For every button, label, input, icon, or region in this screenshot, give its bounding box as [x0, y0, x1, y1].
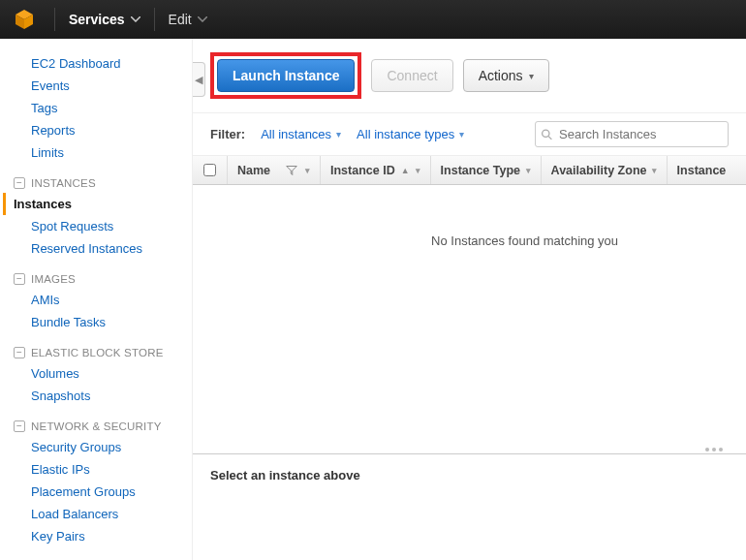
- sidebar-link-key-pairs[interactable]: Key Pairs: [31, 525, 192, 547]
- collapse-toggle[interactable]: −: [14, 347, 25, 358]
- services-label: Services: [69, 12, 125, 27]
- toolbar: Launch Instance Connect Actions ▾: [193, 39, 746, 112]
- section-title: NETWORK & SECURITY: [31, 420, 162, 432]
- aws-logo[interactable]: [12, 7, 37, 32]
- column-availability-zone[interactable]: Availability Zone ▾: [542, 156, 668, 184]
- sidebar-link-elastic-ips[interactable]: Elastic IPs: [31, 458, 192, 481]
- chevron-down-icon: [198, 16, 207, 22]
- search-box: [535, 121, 729, 147]
- sidebar-link-placement-groups[interactable]: Placement Groups: [31, 481, 192, 503]
- section-title: ELASTIC BLOCK STORE: [31, 347, 164, 358]
- search-input[interactable]: [535, 121, 729, 147]
- col-instance-id-label: Instance ID: [330, 164, 395, 177]
- chevron-down-icon: ▾: [529, 71, 534, 81]
- detail-hint: Select an instance above: [210, 468, 729, 482]
- svg-line-4: [548, 136, 551, 139]
- chevron-down-icon: ▾: [336, 129, 341, 140]
- sidebar-collapse-tab[interactable]: ◀: [192, 62, 205, 97]
- chevron-down-icon: ▾: [652, 166, 657, 175]
- sidebar-link-reserved-instances[interactable]: Reserved Instances: [31, 237, 192, 260]
- sidebar-section-images: − IMAGES: [14, 273, 192, 285]
- sidebar-section-ebs: − ELASTIC BLOCK STORE: [14, 347, 192, 358]
- table-body: No Instances found matching you: [193, 185, 746, 446]
- edit-menu[interactable]: Edit: [159, 6, 217, 33]
- launch-instance-button[interactable]: Launch Instance: [217, 59, 355, 92]
- chevron-down-icon: ▾: [305, 166, 310, 175]
- sidebar-link-reports[interactable]: Reports: [31, 119, 192, 141]
- chevron-down-icon: ▾: [526, 166, 531, 175]
- sidebar-section-instances: − INSTANCES: [14, 177, 192, 189]
- empty-state-message: No Instances found matching you: [431, 233, 618, 248]
- col-instance-type-label: Instance Type: [441, 164, 520, 177]
- sidebar-link-limits[interactable]: Limits: [31, 141, 192, 164]
- filter-label: Filter:: [210, 127, 245, 141]
- filter-bar: Filter: All instances ▾ All instance typ…: [193, 112, 746, 156]
- sidebar-link-load-balancers[interactable]: Load Balancers: [31, 503, 192, 525]
- column-instance-id[interactable]: Instance ID ▲ ▾: [321, 156, 431, 184]
- col-az-label: Availability Zone: [551, 164, 647, 177]
- collapse-toggle[interactable]: −: [14, 177, 25, 189]
- col-instance-state-label: Instance: [677, 164, 727, 177]
- chevron-down-icon: [131, 16, 140, 22]
- section-title: INSTANCES: [31, 177, 96, 189]
- sidebar-link-snapshots[interactable]: Snapshots: [31, 385, 192, 407]
- cube-icon: [13, 8, 36, 31]
- edit-label: Edit: [169, 12, 192, 27]
- chevron-down-icon: ▾: [416, 166, 420, 175]
- filter-all-instances-label: All instances: [261, 127, 331, 141]
- sidebar-link-instances[interactable]: Instances: [3, 193, 192, 215]
- filter-all-instances[interactable]: All instances ▾: [261, 127, 341, 141]
- highlight-annotation: Launch Instance: [210, 52, 361, 99]
- sidebar-link-dashboard[interactable]: EC2 Dashboard: [31, 52, 192, 75]
- svg-point-3: [543, 130, 549, 137]
- col-name-label: Name: [237, 164, 270, 177]
- connect-label: Connect: [387, 68, 437, 83]
- sidebar-link-events[interactable]: Events: [31, 75, 192, 97]
- divider: [54, 8, 55, 31]
- select-all-checkbox[interactable]: [203, 164, 216, 176]
- launch-instance-label: Launch Instance: [233, 68, 339, 83]
- table-header: Name ▾ Instance ID ▲ ▾ Instance Type ▾ A…: [193, 156, 746, 185]
- column-checkbox[interactable]: [193, 156, 228, 184]
- chevron-down-icon: ▾: [459, 129, 464, 140]
- column-instance-type[interactable]: Instance Type ▾: [431, 156, 542, 184]
- search-icon: [541, 128, 553, 140]
- main-panel: ◀ Launch Instance Connect Actions ▾ Filt…: [192, 39, 746, 560]
- sidebar-link-spot-requests[interactable]: Spot Requests: [31, 215, 192, 237]
- detail-pane: Select an instance above: [193, 453, 746, 560]
- collapse-toggle[interactable]: −: [14, 420, 25, 432]
- collapse-toggle[interactable]: −: [14, 273, 25, 285]
- actions-menu-button[interactable]: Actions ▾: [463, 59, 549, 92]
- divider: [154, 8, 155, 31]
- pane-resize-handle[interactable]: [193, 446, 746, 453]
- filter-icon: [286, 165, 297, 176]
- sort-asc-icon: ▲: [401, 166, 410, 175]
- sidebar-link-amis[interactable]: AMIs: [31, 289, 192, 311]
- sidebar-link-security-groups[interactable]: Security Groups: [31, 436, 192, 458]
- column-name[interactable]: Name ▾: [228, 156, 321, 184]
- sidebar-link-volumes[interactable]: Volumes: [31, 362, 192, 385]
- top-nav: Services Edit: [0, 0, 746, 39]
- sidebar-link-bundle-tasks[interactable]: Bundle Tasks: [31, 311, 192, 333]
- sidebar-section-network: − NETWORK & SECURITY: [14, 420, 192, 432]
- services-menu[interactable]: Services: [59, 6, 150, 33]
- sidebar: EC2 Dashboard Events Tags Reports Limits…: [0, 39, 192, 560]
- actions-label: Actions: [479, 68, 523, 83]
- connect-button: Connect: [371, 59, 452, 92]
- column-instance-state[interactable]: Instance: [668, 156, 746, 184]
- filter-all-instance-types-label: All instance types: [357, 127, 454, 141]
- section-title: IMAGES: [31, 273, 76, 285]
- filter-all-instance-types[interactable]: All instance types ▾: [357, 127, 464, 141]
- sidebar-link-tags[interactable]: Tags: [31, 97, 192, 119]
